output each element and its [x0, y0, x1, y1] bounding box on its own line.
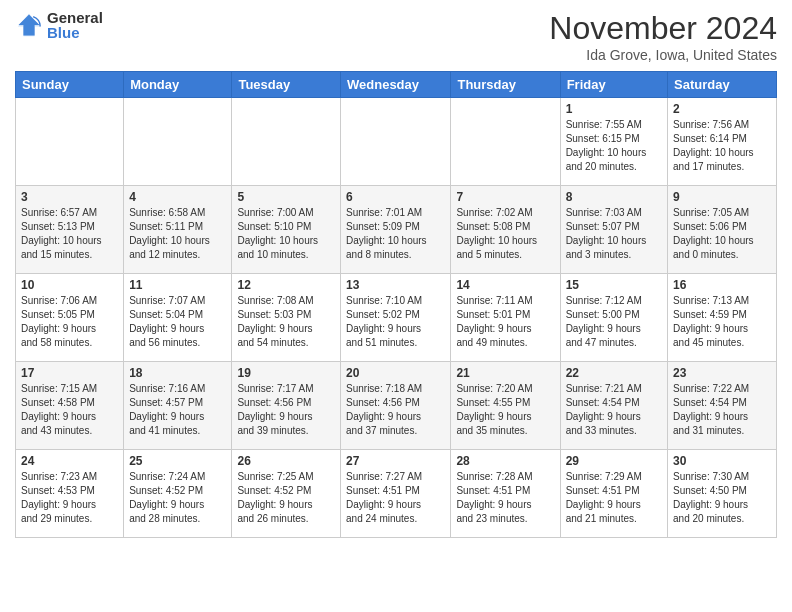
calendar-cell: [232, 98, 341, 186]
day-number: 8: [566, 190, 662, 204]
day-info: Sunrise: 7:24 AM Sunset: 4:52 PM Dayligh…: [129, 470, 226, 526]
month-title: November 2024: [549, 10, 777, 47]
day-info: Sunrise: 7:30 AM Sunset: 4:50 PM Dayligh…: [673, 470, 771, 526]
calendar-cell: 30Sunrise: 7:30 AM Sunset: 4:50 PM Dayli…: [668, 450, 777, 538]
day-number: 12: [237, 278, 335, 292]
header-tuesday: Tuesday: [232, 72, 341, 98]
day-number: 19: [237, 366, 335, 380]
calendar-cell: 1Sunrise: 7:55 AM Sunset: 6:15 PM Daylig…: [560, 98, 667, 186]
calendar-cell: 27Sunrise: 7:27 AM Sunset: 4:51 PM Dayli…: [341, 450, 451, 538]
day-number: 11: [129, 278, 226, 292]
calendar-cell: 3Sunrise: 6:57 AM Sunset: 5:13 PM Daylig…: [16, 186, 124, 274]
day-number: 5: [237, 190, 335, 204]
calendar-week-row: 24Sunrise: 7:23 AM Sunset: 4:53 PM Dayli…: [16, 450, 777, 538]
day-number: 22: [566, 366, 662, 380]
day-info: Sunrise: 7:16 AM Sunset: 4:57 PM Dayligh…: [129, 382, 226, 438]
day-info: Sunrise: 7:07 AM Sunset: 5:04 PM Dayligh…: [129, 294, 226, 350]
day-number: 17: [21, 366, 118, 380]
calendar-week-row: 3Sunrise: 6:57 AM Sunset: 5:13 PM Daylig…: [16, 186, 777, 274]
header: General Blue November 2024 Ida Grove, Io…: [15, 10, 777, 63]
day-info: Sunrise: 7:21 AM Sunset: 4:54 PM Dayligh…: [566, 382, 662, 438]
day-info: Sunrise: 7:27 AM Sunset: 4:51 PM Dayligh…: [346, 470, 445, 526]
calendar-cell: 5Sunrise: 7:00 AM Sunset: 5:10 PM Daylig…: [232, 186, 341, 274]
header-saturday: Saturday: [668, 72, 777, 98]
day-info: Sunrise: 6:58 AM Sunset: 5:11 PM Dayligh…: [129, 206, 226, 262]
day-info: Sunrise: 7:11 AM Sunset: 5:01 PM Dayligh…: [456, 294, 554, 350]
day-number: 23: [673, 366, 771, 380]
calendar-cell: 19Sunrise: 7:17 AM Sunset: 4:56 PM Dayli…: [232, 362, 341, 450]
day-info: Sunrise: 7:56 AM Sunset: 6:14 PM Dayligh…: [673, 118, 771, 174]
calendar-week-row: 10Sunrise: 7:06 AM Sunset: 5:05 PM Dayli…: [16, 274, 777, 362]
calendar-cell: 12Sunrise: 7:08 AM Sunset: 5:03 PM Dayli…: [232, 274, 341, 362]
calendar-cell: 10Sunrise: 7:06 AM Sunset: 5:05 PM Dayli…: [16, 274, 124, 362]
calendar-cell: 23Sunrise: 7:22 AM Sunset: 4:54 PM Dayli…: [668, 362, 777, 450]
day-number: 10: [21, 278, 118, 292]
calendar-cell: 6Sunrise: 7:01 AM Sunset: 5:09 PM Daylig…: [341, 186, 451, 274]
calendar-cell: [124, 98, 232, 186]
calendar-week-row: 1Sunrise: 7:55 AM Sunset: 6:15 PM Daylig…: [16, 98, 777, 186]
calendar-cell: 2Sunrise: 7:56 AM Sunset: 6:14 PM Daylig…: [668, 98, 777, 186]
day-info: Sunrise: 7:23 AM Sunset: 4:53 PM Dayligh…: [21, 470, 118, 526]
calendar-cell: 29Sunrise: 7:29 AM Sunset: 4:51 PM Dayli…: [560, 450, 667, 538]
calendar-table: Sunday Monday Tuesday Wednesday Thursday…: [15, 71, 777, 538]
day-number: 3: [21, 190, 118, 204]
logo-icon: [15, 11, 43, 39]
day-number: 9: [673, 190, 771, 204]
day-info: Sunrise: 7:06 AM Sunset: 5:05 PM Dayligh…: [21, 294, 118, 350]
location: Ida Grove, Iowa, United States: [549, 47, 777, 63]
day-number: 20: [346, 366, 445, 380]
calendar-cell: 14Sunrise: 7:11 AM Sunset: 5:01 PM Dayli…: [451, 274, 560, 362]
day-number: 28: [456, 454, 554, 468]
day-info: Sunrise: 7:17 AM Sunset: 4:56 PM Dayligh…: [237, 382, 335, 438]
calendar-cell: 28Sunrise: 7:28 AM Sunset: 4:51 PM Dayli…: [451, 450, 560, 538]
day-number: 21: [456, 366, 554, 380]
calendar-cell: 13Sunrise: 7:10 AM Sunset: 5:02 PM Dayli…: [341, 274, 451, 362]
calendar-cell: 11Sunrise: 7:07 AM Sunset: 5:04 PM Dayli…: [124, 274, 232, 362]
day-number: 15: [566, 278, 662, 292]
calendar-cell: 22Sunrise: 7:21 AM Sunset: 4:54 PM Dayli…: [560, 362, 667, 450]
day-info: Sunrise: 7:28 AM Sunset: 4:51 PM Dayligh…: [456, 470, 554, 526]
calendar-cell: 9Sunrise: 7:05 AM Sunset: 5:06 PM Daylig…: [668, 186, 777, 274]
calendar-cell: 21Sunrise: 7:20 AM Sunset: 4:55 PM Dayli…: [451, 362, 560, 450]
logo: General Blue: [15, 10, 103, 40]
day-info: Sunrise: 7:20 AM Sunset: 4:55 PM Dayligh…: [456, 382, 554, 438]
day-info: Sunrise: 7:08 AM Sunset: 5:03 PM Dayligh…: [237, 294, 335, 350]
calendar-cell: [341, 98, 451, 186]
calendar-cell: 18Sunrise: 7:16 AM Sunset: 4:57 PM Dayli…: [124, 362, 232, 450]
day-number: 27: [346, 454, 445, 468]
day-number: 16: [673, 278, 771, 292]
day-info: Sunrise: 7:12 AM Sunset: 5:00 PM Dayligh…: [566, 294, 662, 350]
calendar-cell: [451, 98, 560, 186]
day-info: Sunrise: 7:05 AM Sunset: 5:06 PM Dayligh…: [673, 206, 771, 262]
weekday-header-row: Sunday Monday Tuesday Wednesday Thursday…: [16, 72, 777, 98]
day-number: 24: [21, 454, 118, 468]
day-info: Sunrise: 7:13 AM Sunset: 4:59 PM Dayligh…: [673, 294, 771, 350]
day-number: 29: [566, 454, 662, 468]
day-info: Sunrise: 7:55 AM Sunset: 6:15 PM Dayligh…: [566, 118, 662, 174]
header-wednesday: Wednesday: [341, 72, 451, 98]
page: General Blue November 2024 Ida Grove, Io…: [0, 0, 792, 612]
day-info: Sunrise: 7:02 AM Sunset: 5:08 PM Dayligh…: [456, 206, 554, 262]
logo-general-text: General: [47, 10, 103, 25]
day-number: 6: [346, 190, 445, 204]
calendar-cell: 24Sunrise: 7:23 AM Sunset: 4:53 PM Dayli…: [16, 450, 124, 538]
day-number: 13: [346, 278, 445, 292]
header-sunday: Sunday: [16, 72, 124, 98]
day-info: Sunrise: 7:01 AM Sunset: 5:09 PM Dayligh…: [346, 206, 445, 262]
logo-text: General Blue: [47, 10, 103, 40]
day-number: 2: [673, 102, 771, 116]
day-info: Sunrise: 6:57 AM Sunset: 5:13 PM Dayligh…: [21, 206, 118, 262]
calendar-cell: 17Sunrise: 7:15 AM Sunset: 4:58 PM Dayli…: [16, 362, 124, 450]
calendar-cell: 26Sunrise: 7:25 AM Sunset: 4:52 PM Dayli…: [232, 450, 341, 538]
day-info: Sunrise: 7:00 AM Sunset: 5:10 PM Dayligh…: [237, 206, 335, 262]
header-thursday: Thursday: [451, 72, 560, 98]
calendar-cell: 15Sunrise: 7:12 AM Sunset: 5:00 PM Dayli…: [560, 274, 667, 362]
calendar-cell: 7Sunrise: 7:02 AM Sunset: 5:08 PM Daylig…: [451, 186, 560, 274]
day-info: Sunrise: 7:18 AM Sunset: 4:56 PM Dayligh…: [346, 382, 445, 438]
day-number: 30: [673, 454, 771, 468]
header-monday: Monday: [124, 72, 232, 98]
logo-blue-text: Blue: [47, 25, 103, 40]
day-info: Sunrise: 7:03 AM Sunset: 5:07 PM Dayligh…: [566, 206, 662, 262]
day-number: 1: [566, 102, 662, 116]
calendar-week-row: 17Sunrise: 7:15 AM Sunset: 4:58 PM Dayli…: [16, 362, 777, 450]
